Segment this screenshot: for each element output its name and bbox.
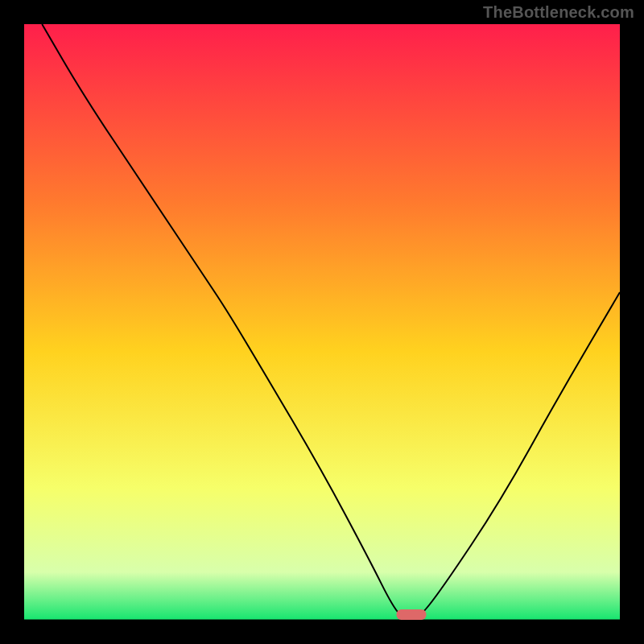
chart-svg — [24, 24, 620, 620]
gradient-background — [24, 24, 620, 620]
watermark-text: TheBottleneck.com — [483, 3, 634, 22]
chart-container: TheBottleneck.com — [0, 0, 644, 644]
optimal-marker — [397, 609, 427, 620]
plot-area — [24, 24, 620, 620]
